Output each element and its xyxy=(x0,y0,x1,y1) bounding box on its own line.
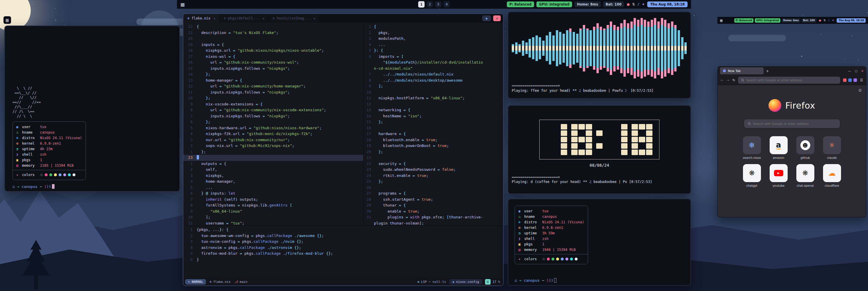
eye-icon[interactable]: ◉ xyxy=(482,16,491,21)
close-icon[interactable]: ✕ xyxy=(861,69,864,72)
bar-clock[interactable]: Thu Aug 08, 18:18 xyxy=(647,1,687,7)
close-icon[interactable]: ✕ xyxy=(493,16,501,21)
gear-icon[interactable]: ⚙ xyxy=(858,88,862,93)
code-line: 9 "x86_64-linux" xyxy=(183,208,363,214)
menu-icon[interactable]: ☰ xyxy=(860,78,863,82)
shortcut-chat.openai[interactable]: ❋chat.openai xyxy=(795,164,815,187)
separator-line-2: ======================> xyxy=(512,175,687,179)
shortcut-search.nixos[interactable]: ❄search.nixos xyxy=(742,136,762,159)
project-icon: ◆ xyxy=(452,280,454,284)
tag-2[interactable]: 2 xyxy=(427,1,433,7)
fetch-row: ❄distroNixOS 24.11 (Vicuna) xyxy=(519,219,584,225)
code-line: 27 programs = { xyxy=(364,191,503,197)
terminal-window-left[interactable]: \ \ // ==\__\/ // // \// ==// //== //\__… xyxy=(4,26,180,192)
shortcut-github[interactable]: ☻github xyxy=(795,136,815,159)
prompt-left-tokens: ⌂ → canopus ~ ))) xyxy=(12,184,51,189)
back-icon[interactable]: ← xyxy=(721,78,723,82)
shortcut-claude[interactable]: ✳claude xyxy=(822,136,842,159)
status-pill: P: Balanced xyxy=(507,1,534,7)
search-input[interactable] xyxy=(753,122,836,125)
tag-1[interactable]: 1 xyxy=(418,1,425,7)
bar-clock-2[interactable]: Thu Aug 08, 18:18 xyxy=(837,18,866,23)
terminal-window-right[interactable]: ◉usertux⌂hnamecanopus❄distroNixOS 24.11 … xyxy=(508,199,691,286)
status-pill: Bat: 100 xyxy=(802,18,816,23)
editor-tab-hosts/isoImag...[interactable]: ❄hosts/isoImag...✕ xyxy=(269,14,320,23)
github-icon: ☻ xyxy=(800,140,810,150)
prompt-right-tokens: ⌂ → canopus ~ ))) xyxy=(515,278,553,283)
extension-icon[interactable] xyxy=(843,79,846,82)
extension-icon[interactable] xyxy=(848,79,852,82)
network-icon[interactable]: ⇅ xyxy=(824,19,826,22)
reload-icon[interactable]: ↻ xyxy=(732,78,735,82)
neovim-window[interactable]: ❄flake.nix✕❄pkgs/default...✕❄hosts/isoIm… xyxy=(183,13,504,286)
shortcut-amazon[interactable]: aamazon xyxy=(769,136,789,159)
code-line: 8 url = "github:nix-community/nix-vscode… xyxy=(183,107,363,113)
editor-pane-flake[interactable]: 22{21 description = "tux's NixOS Flake";… xyxy=(183,23,363,225)
bluetooth-icon[interactable]: ✦ xyxy=(642,2,645,6)
shortcut-youtube[interactable]: ▶youtube xyxy=(769,164,789,187)
tag-3[interactable]: 3 xyxy=(435,1,441,7)
code-line: 8 ../../modules/nixos/desktop/awesome xyxy=(364,78,503,84)
code-line: 16 xyxy=(364,125,503,131)
shortcut-cloudflare[interactable]: ☁cloudflare xyxy=(822,164,842,187)
editor-pane-pkgs[interactable]: 1{pkgs, ...}: {2 tux-awesome-wm-config =… xyxy=(183,225,503,278)
tab-close-icon[interactable]: ✕ xyxy=(214,17,215,20)
volume-icon[interactable]: ♪ xyxy=(828,19,830,22)
editor-tab-pkgs/default...[interactable]: ❄pkgs/default...✕ xyxy=(220,14,269,23)
code-line: 1 }; xyxy=(183,149,363,155)
code-line: 23 sudo.wheelNeedsPassword = false; xyxy=(364,167,503,173)
code-line: 10 }; xyxy=(183,95,363,101)
code-line: 7 inherit (self) outputs; xyxy=(183,197,363,203)
volume-icon[interactable]: ♪ xyxy=(638,2,640,6)
code-line: 31 plugins = with pkgs.xfce; [thunar-arc… xyxy=(364,214,503,221)
record-icon[interactable]: ● xyxy=(627,2,629,6)
forward-icon[interactable]: → xyxy=(726,78,729,82)
claude-icon: ✳ xyxy=(829,141,835,149)
tab-close-icon[interactable]: ✕ xyxy=(314,17,315,20)
editor-tab-flake.nix[interactable]: ❄flake.nix✕ xyxy=(183,14,220,23)
extension-icons xyxy=(843,79,857,82)
editor-tabline: ❄flake.nix✕❄pkgs/default...✕❄hosts/isoIm… xyxy=(183,14,503,23)
code-line: 22 security = { xyxy=(364,161,503,167)
shortcut-chatgpt[interactable]: ❋chatgpt xyxy=(742,164,762,187)
code-line: 21 description = "tux's NixOS Flake"; xyxy=(183,30,363,36)
code-line: 21 xyxy=(364,155,503,161)
music-widget-window[interactable]: ======================> Playing: ffee fo… xyxy=(508,11,691,99)
tag-4[interactable]: 4 xyxy=(443,1,450,7)
maximize-icon[interactable]: ▢ xyxy=(855,69,857,72)
status-pill: GPU: Integrated xyxy=(755,18,780,23)
fetch-colors-row: ✦colors xyxy=(16,172,82,177)
code-line: 4 astronvim = pkgs.callPackage ./astronv… xyxy=(183,245,503,251)
fetch-right: ◉usertux⌂hnamecanopus❄distroNixOS 24.11 … xyxy=(515,203,684,264)
nix-file-icon: ❄ xyxy=(210,280,212,284)
network-icon[interactable]: ⇅ xyxy=(632,2,635,6)
extension-icon[interactable] xyxy=(854,79,857,82)
new-tab-button[interactable]: + xyxy=(766,69,769,73)
app-launcher-icon-2[interactable]: ▦ xyxy=(720,19,723,22)
code-line: 24 rtkit.enable = true; xyxy=(364,173,503,179)
editor-pane-iso[interactable]: 1{2 pkgs,3 modulesPath,4 ...5}: {6 impor… xyxy=(363,23,503,225)
firefox-tab[interactable]: New Tab xyxy=(720,67,764,74)
code-line: 5 nixos-hardware.url = "github:nixos/nix… xyxy=(183,125,363,131)
separator-line: ======================> xyxy=(512,84,687,88)
bluetooth-icon[interactable]: ✦ xyxy=(832,19,834,22)
url-input[interactable] xyxy=(746,79,838,82)
app-launcher-icon-left[interactable]: ▦ xyxy=(3,16,11,24)
project-segment: ◆nixos-config xyxy=(450,279,482,285)
url-bar[interactable] xyxy=(738,77,840,84)
nix-icon: ❄ xyxy=(187,16,189,20)
tab-close-icon[interactable]: ✕ xyxy=(262,17,264,20)
code-line: 6 } @ inputs: let xyxy=(183,191,363,197)
app-launcher-icon[interactable]: ▦ xyxy=(181,2,185,7)
code-line: "${modulesPath}/installer/cd-dvd/install… xyxy=(364,60,503,66)
lsp-segment: ⚙LSP ~ null-ls xyxy=(417,280,446,284)
minimize-icon[interactable]: — xyxy=(848,69,851,72)
clock-widget-window[interactable]: 08/08/24 ======================> Playing… xyxy=(508,105,691,194)
nix-icon: ❄ xyxy=(273,16,275,20)
record-icon[interactable]: ● xyxy=(819,19,821,22)
firefox-tab-bar: New Tab + — ▢ ✕ xyxy=(718,66,866,75)
chat.openai-icon: ❋ xyxy=(802,169,808,177)
search-bar[interactable] xyxy=(744,119,840,128)
firefox-window[interactable]: New Tab + — ▢ ✕ ← → ↻ ☰ ⚙ Firefox xyxy=(717,66,866,217)
now-playing: Playing: ffee for your head) ** ♫ beabad… xyxy=(512,88,687,93)
